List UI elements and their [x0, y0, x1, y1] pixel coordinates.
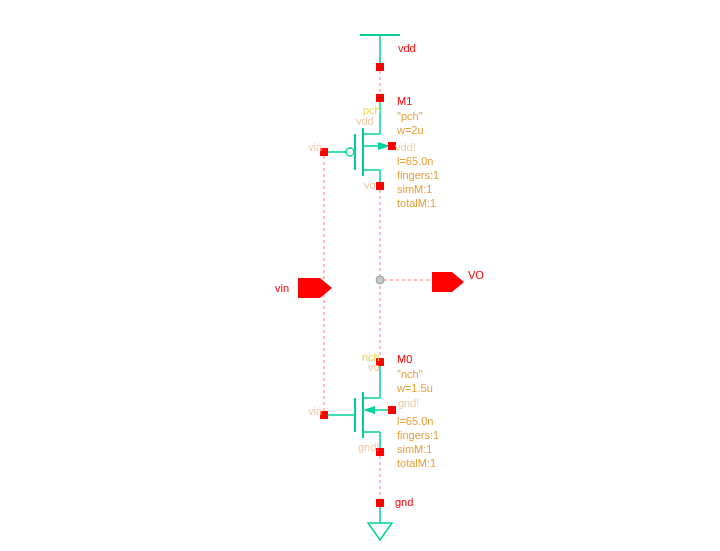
m1-drain-square	[376, 94, 384, 102]
schematic-canvas	[0, 0, 720, 551]
node-vo-dot	[376, 276, 384, 284]
m0-label-fing: fingers:1	[397, 430, 439, 442]
m0-label-simm: simM:1	[397, 444, 432, 456]
m0-drain-net: vo	[368, 362, 380, 374]
m0-body-net: gnd!	[398, 398, 419, 410]
m1-label-name: M1	[397, 96, 412, 108]
m0-body-arrow	[363, 406, 375, 414]
label-vdd: vdd	[398, 43, 416, 55]
m1-pmos-bubble	[346, 148, 354, 156]
m0-label-totalm: totalM:1	[397, 458, 436, 470]
m0-label-name: M0	[397, 354, 412, 366]
m0-gate-net: vin	[308, 406, 322, 418]
m1-out-net: vo	[364, 180, 376, 192]
m0-label-w: w=1.5u	[397, 383, 433, 395]
pin-vin[interactable]	[298, 278, 332, 298]
m1-label-w: w=2u	[397, 125, 424, 137]
m1-label-simm: simM:1	[397, 184, 432, 196]
m0-label-l: l=65.0n	[397, 416, 433, 428]
m1-body-net: vdd	[356, 116, 374, 128]
m1-body-net2: vdd!	[395, 142, 416, 154]
label-vin: vin	[275, 283, 289, 295]
pin-vo[interactable]	[432, 272, 464, 292]
label-vo: VO	[468, 270, 484, 282]
m0-source-net: gnd!	[358, 442, 379, 454]
m0-label-type: "nch"	[397, 369, 423, 381]
m1-label-totalm: totalM:1	[397, 198, 436, 210]
m1-label-l: l=65.0n	[397, 156, 433, 168]
m1-label-fing: fingers:1	[397, 170, 439, 182]
m1-label-type: "pch"	[397, 111, 423, 123]
m0-body-square	[388, 406, 396, 414]
m1-gate-net: vin	[308, 142, 322, 154]
gnd-term-square	[376, 499, 384, 507]
gnd-triangle	[368, 523, 392, 540]
label-gnd: gnd	[395, 497, 413, 509]
m1-source-square	[376, 182, 384, 190]
vdd-term-square	[376, 63, 384, 71]
